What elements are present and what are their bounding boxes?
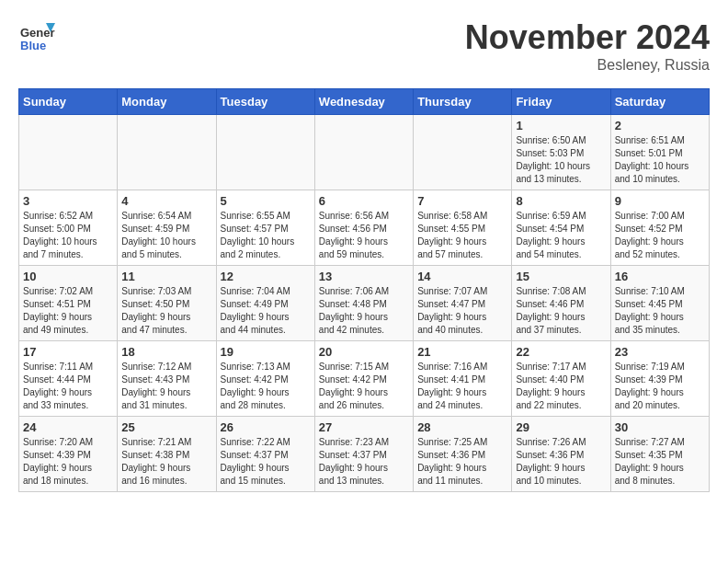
day-number: 6 xyxy=(319,194,409,208)
calendar-cell: 15Sunrise: 7:08 AM Sunset: 4:46 PM Dayli… xyxy=(512,266,610,341)
day-info: Sunrise: 7:02 AM Sunset: 4:51 PM Dayligh… xyxy=(23,285,113,337)
day-number: 9 xyxy=(615,194,705,208)
day-number: 24 xyxy=(23,420,113,434)
calendar-cell: 6Sunrise: 6:56 AM Sunset: 4:56 PM Daylig… xyxy=(314,190,413,266)
day-info: Sunrise: 7:03 AM Sunset: 4:50 PM Dayligh… xyxy=(121,285,211,337)
calendar-cell: 14Sunrise: 7:07 AM Sunset: 4:47 PM Dayli… xyxy=(414,266,512,341)
calendar-cell: 4Sunrise: 6:54 AM Sunset: 4:59 PM Daylig… xyxy=(118,190,216,266)
logo-icon: General Blue xyxy=(18,18,55,55)
calendar-cell: 3Sunrise: 6:52 AM Sunset: 5:00 PM Daylig… xyxy=(19,190,118,266)
weekday-header-row: SundayMondayTuesdayWednesdayThursdayFrid… xyxy=(19,89,710,115)
day-number: 15 xyxy=(516,270,606,283)
weekday-header: Friday xyxy=(512,89,610,115)
calendar-cell xyxy=(314,115,413,190)
day-number: 30 xyxy=(615,420,705,434)
calendar-cell: 12Sunrise: 7:04 AM Sunset: 4:49 PM Dayli… xyxy=(216,266,314,341)
calendar-cell: 27Sunrise: 7:23 AM Sunset: 4:37 PM Dayli… xyxy=(314,417,413,492)
day-number: 25 xyxy=(121,420,211,434)
calendar-cell xyxy=(19,115,118,190)
weekday-header: Thursday xyxy=(414,89,512,115)
day-number: 4 xyxy=(121,194,211,208)
day-number: 16 xyxy=(615,270,705,283)
calendar-cell: 7Sunrise: 6:58 AM Sunset: 4:55 PM Daylig… xyxy=(414,190,512,266)
day-number: 23 xyxy=(615,345,705,359)
day-info: Sunrise: 7:06 AM Sunset: 4:48 PM Dayligh… xyxy=(319,285,409,337)
day-number: 27 xyxy=(319,420,409,434)
calendar-cell: 23Sunrise: 7:19 AM Sunset: 4:39 PM Dayli… xyxy=(610,341,709,417)
calendar-week-row: 10Sunrise: 7:02 AM Sunset: 4:51 PM Dayli… xyxy=(19,266,710,341)
calendar-cell: 30Sunrise: 7:27 AM Sunset: 4:35 PM Dayli… xyxy=(610,417,709,492)
day-info: Sunrise: 7:16 AM Sunset: 4:41 PM Dayligh… xyxy=(417,361,507,412)
calendar-cell: 19Sunrise: 7:13 AM Sunset: 4:42 PM Dayli… xyxy=(216,341,314,417)
day-info: Sunrise: 6:56 AM Sunset: 4:56 PM Dayligh… xyxy=(319,210,409,261)
day-number: 1 xyxy=(516,119,606,132)
calendar-cell: 5Sunrise: 6:55 AM Sunset: 4:57 PM Daylig… xyxy=(216,190,314,266)
day-info: Sunrise: 7:25 AM Sunset: 4:36 PM Dayligh… xyxy=(417,436,507,488)
weekday-header: Sunday xyxy=(19,89,118,115)
calendar-cell: 25Sunrise: 7:21 AM Sunset: 4:38 PM Dayli… xyxy=(118,417,216,492)
calendar-cell: 9Sunrise: 7:00 AM Sunset: 4:52 PM Daylig… xyxy=(610,190,709,266)
day-number: 29 xyxy=(516,420,606,434)
day-info: Sunrise: 6:50 AM Sunset: 5:03 PM Dayligh… xyxy=(516,134,606,186)
day-number: 21 xyxy=(417,345,507,359)
weekday-header: Wednesday xyxy=(314,89,413,115)
day-info: Sunrise: 7:11 AM Sunset: 4:44 PM Dayligh… xyxy=(23,361,113,412)
day-number: 19 xyxy=(221,345,311,359)
calendar-cell: 13Sunrise: 7:06 AM Sunset: 4:48 PM Dayli… xyxy=(314,266,413,341)
day-info: Sunrise: 6:59 AM Sunset: 4:54 PM Dayligh… xyxy=(516,210,606,261)
title-block: November 2024 Besleney, Russia xyxy=(465,18,710,74)
day-number: 7 xyxy=(417,194,507,208)
calendar-cell: 11Sunrise: 7:03 AM Sunset: 4:50 PM Dayli… xyxy=(118,266,216,341)
day-number: 22 xyxy=(516,345,606,359)
calendar-cell: 28Sunrise: 7:25 AM Sunset: 4:36 PM Dayli… xyxy=(414,417,512,492)
day-info: Sunrise: 7:08 AM Sunset: 4:46 PM Dayligh… xyxy=(516,285,606,337)
day-info: Sunrise: 7:21 AM Sunset: 4:38 PM Dayligh… xyxy=(121,436,211,488)
day-info: Sunrise: 7:23 AM Sunset: 4:37 PM Dayligh… xyxy=(319,436,409,488)
calendar-cell: 24Sunrise: 7:20 AM Sunset: 4:39 PM Dayli… xyxy=(19,417,118,492)
day-info: Sunrise: 7:07 AM Sunset: 4:47 PM Dayligh… xyxy=(417,285,507,337)
logo: General Blue xyxy=(18,18,59,55)
day-info: Sunrise: 6:51 AM Sunset: 5:01 PM Dayligh… xyxy=(615,134,705,186)
day-info: Sunrise: 6:52 AM Sunset: 5:00 PM Dayligh… xyxy=(23,210,113,261)
day-info: Sunrise: 7:27 AM Sunset: 4:35 PM Dayligh… xyxy=(615,436,705,488)
day-number: 3 xyxy=(23,194,113,208)
day-info: Sunrise: 7:22 AM Sunset: 4:37 PM Dayligh… xyxy=(221,436,311,488)
calendar-cell xyxy=(216,115,314,190)
day-number: 12 xyxy=(221,270,311,283)
calendar-cell xyxy=(118,115,216,190)
day-info: Sunrise: 7:26 AM Sunset: 4:36 PM Dayligh… xyxy=(516,436,606,488)
calendar-cell xyxy=(414,115,512,190)
location: Besleney, Russia xyxy=(465,57,710,74)
calendar-cell: 22Sunrise: 7:17 AM Sunset: 4:40 PM Dayli… xyxy=(512,341,610,417)
calendar-cell: 2Sunrise: 6:51 AM Sunset: 5:01 PM Daylig… xyxy=(610,115,709,190)
day-info: Sunrise: 7:19 AM Sunset: 4:39 PM Dayligh… xyxy=(615,361,705,412)
calendar-table: SundayMondayTuesdayWednesdayThursdayFrid… xyxy=(18,88,710,492)
day-info: Sunrise: 6:55 AM Sunset: 4:57 PM Dayligh… xyxy=(221,210,311,261)
day-number: 18 xyxy=(121,345,211,359)
calendar-cell: 20Sunrise: 7:15 AM Sunset: 4:42 PM Dayli… xyxy=(314,341,413,417)
day-info: Sunrise: 7:13 AM Sunset: 4:42 PM Dayligh… xyxy=(221,361,311,412)
calendar-cell: 16Sunrise: 7:10 AM Sunset: 4:45 PM Dayli… xyxy=(610,266,709,341)
calendar-week-row: 1Sunrise: 6:50 AM Sunset: 5:03 PM Daylig… xyxy=(19,115,710,190)
svg-text:Blue: Blue xyxy=(20,39,46,52)
day-info: Sunrise: 7:12 AM Sunset: 4:43 PM Dayligh… xyxy=(121,361,211,412)
day-number: 20 xyxy=(319,345,409,359)
calendar-week-row: 3Sunrise: 6:52 AM Sunset: 5:00 PM Daylig… xyxy=(19,190,710,266)
calendar-week-row: 17Sunrise: 7:11 AM Sunset: 4:44 PM Dayli… xyxy=(19,341,710,417)
day-info: Sunrise: 6:58 AM Sunset: 4:55 PM Dayligh… xyxy=(417,210,507,261)
day-number: 11 xyxy=(121,270,211,283)
day-number: 28 xyxy=(417,420,507,434)
day-info: Sunrise: 7:10 AM Sunset: 4:45 PM Dayligh… xyxy=(615,285,705,337)
calendar-cell: 8Sunrise: 6:59 AM Sunset: 4:54 PM Daylig… xyxy=(512,190,610,266)
day-info: Sunrise: 7:15 AM Sunset: 4:42 PM Dayligh… xyxy=(319,361,409,412)
day-number: 14 xyxy=(417,270,507,283)
calendar-cell: 26Sunrise: 7:22 AM Sunset: 4:37 PM Dayli… xyxy=(216,417,314,492)
day-info: Sunrise: 7:04 AM Sunset: 4:49 PM Dayligh… xyxy=(221,285,311,337)
day-number: 5 xyxy=(221,194,311,208)
day-number: 17 xyxy=(23,345,113,359)
day-info: Sunrise: 7:00 AM Sunset: 4:52 PM Dayligh… xyxy=(615,210,705,261)
day-number: 8 xyxy=(516,194,606,208)
page-header: General Blue November 2024 Besleney, Rus… xyxy=(18,18,710,74)
day-number: 10 xyxy=(23,270,113,283)
calendar-cell: 1Sunrise: 6:50 AM Sunset: 5:03 PM Daylig… xyxy=(512,115,610,190)
